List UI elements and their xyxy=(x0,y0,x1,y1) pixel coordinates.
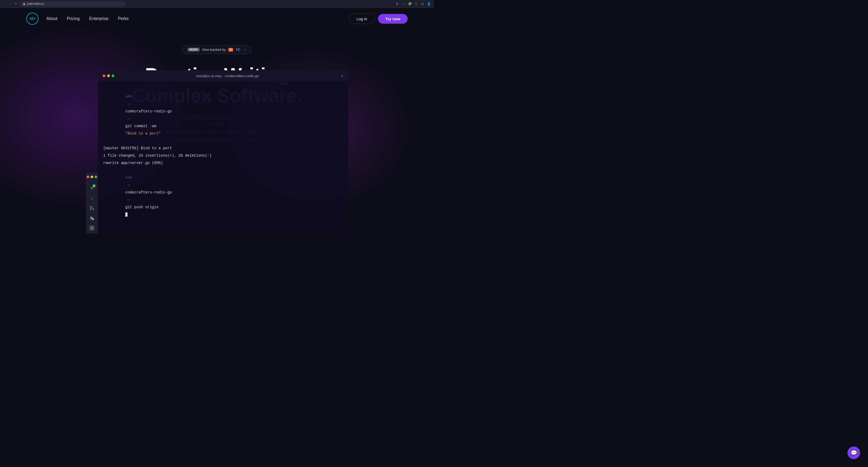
terminal-line-5: </> → codecrafters-redis-go → git push o… xyxy=(103,167,343,226)
nav-links: About Pricing Enterprise Perks xyxy=(46,16,349,21)
terminal-dir-1: codecrafters-redis-go xyxy=(125,109,172,114)
close-dot[interactable] xyxy=(87,176,89,178)
svg-rect-7 xyxy=(90,226,92,228)
svg-rect-8 xyxy=(92,226,94,228)
profile-icon[interactable]: 👤 xyxy=(427,2,431,6)
terminal-string-1: "Bind to a port" xyxy=(125,131,161,135)
browser-chrome: ← → ↻ 🔒 codecrafters.io ⬆ ☆ 🧩 🛡 ⧉ 👤 xyxy=(0,0,434,8)
terminal-titlebar: louis@cc.io-mac: ~/codecrafters-redis-go… xyxy=(98,70,348,81)
nav-enterprise[interactable]: Enterprise xyxy=(89,16,108,21)
nav-pricing[interactable]: Pricing xyxy=(67,16,80,21)
terminal-body: </> → codecrafters-redis-go → git commit… xyxy=(98,81,348,234)
terminal-prompt-2: </> xyxy=(125,176,132,180)
sidebar-source-control-icon[interactable] xyxy=(89,205,95,211)
terminal-window-controls xyxy=(103,74,114,77)
terminal-cmd-1: git commit -am xyxy=(125,124,158,128)
terminal-line-3: 1 file changed, 24 insertions(+), 26 del… xyxy=(103,152,343,159)
try-now-button[interactable]: Try now xyxy=(378,14,408,24)
terminal-window: louis@cc.io-mac: ~/codecrafters-redis-go… xyxy=(98,70,348,234)
browser-reload-button[interactable]: ↻ xyxy=(14,2,18,6)
minimize-dot[interactable] xyxy=(91,176,93,178)
terminal-cursor xyxy=(125,212,127,217)
login-button[interactable]: Log in xyxy=(349,14,375,24)
terminal-wrapper: ⧉ 1 ⌕ xyxy=(86,70,348,234)
nav-perks[interactable]: Perks xyxy=(118,16,129,21)
browser-url-bar[interactable]: 🔒 codecrafters.io xyxy=(20,1,125,7)
url-text: codecrafters.io xyxy=(27,2,44,5)
terminal-line-1: </> → codecrafters-redis-go → git commit… xyxy=(103,86,343,145)
browser-actions: ⬆ ☆ 🧩 🛡 ⧉ 👤 xyxy=(395,2,431,6)
terminal-title: louis@cc.io-mac: ~/codecrafters-redis-go xyxy=(114,74,341,78)
sidebar-extensions-icon[interactable] xyxy=(89,225,95,231)
sidebar-search-icon[interactable]: ⌕ xyxy=(89,195,95,201)
terminal-line-2: [master 9b31f5b] Bind to a port xyxy=(103,145,343,152)
maximize-dot[interactable] xyxy=(95,176,97,178)
terminal-close-dot[interactable] xyxy=(103,74,105,77)
logo-circle: </> xyxy=(26,13,38,25)
svg-rect-10 xyxy=(92,228,94,230)
terminal-line-4: rewrite app/server.go (65%) xyxy=(103,159,343,167)
news-arrow: → xyxy=(243,48,247,52)
terminal-maximize-dot[interactable] xyxy=(112,74,114,77)
lock-icon: 🔒 xyxy=(23,3,26,5)
news-badge[interactable]: NEWS Now backed by Y YC → xyxy=(183,45,251,54)
terminal-minimize-dot[interactable] xyxy=(107,74,110,77)
svg-rect-9 xyxy=(90,228,92,230)
terminal-dir-2: codecrafters-redis-go xyxy=(125,190,172,194)
svg-point-1 xyxy=(92,209,94,210)
bookmark-icon[interactable]: ☆ xyxy=(401,2,406,6)
vscode-sidebar: ⧉ 1 ⌕ xyxy=(86,173,98,234)
navbar: </> About Pricing Enterprise Perks Log i… xyxy=(0,8,434,30)
nav-about[interactable]: About xyxy=(46,16,57,21)
split-view-icon[interactable]: ⧉ xyxy=(420,2,425,6)
shield-icon[interactable]: 🛡 xyxy=(414,2,418,6)
extensions-icon[interactable]: 🧩 xyxy=(408,2,412,6)
yc-text: YC xyxy=(236,48,241,52)
news-text: Now backed by xyxy=(202,48,226,52)
share-icon[interactable]: ⬆ xyxy=(395,2,399,6)
svg-point-2 xyxy=(90,209,91,210)
yc-badge: Y xyxy=(228,48,233,52)
terminal-new-tab-button[interactable]: + xyxy=(341,73,343,78)
browser-forward-button[interactable]: → xyxy=(8,2,12,6)
logo[interactable]: </> xyxy=(26,13,38,25)
news-label: NEWS xyxy=(187,48,199,52)
terminal-prompt-1: </> xyxy=(125,94,132,99)
files-badge: 1 xyxy=(92,184,96,187)
sidebar-run-icon[interactable] xyxy=(89,215,95,221)
sidebar-files-icon[interactable]: ⧉ 1 xyxy=(89,185,95,191)
browser-nav-icons: ← → ↻ xyxy=(3,2,18,6)
terminal-cmd-2: git push origin xyxy=(125,205,161,209)
page-content: </> About Pricing Enterprise Perks Log i… xyxy=(0,8,434,234)
browser-back-button[interactable]: ← xyxy=(3,2,7,6)
svg-point-0 xyxy=(90,206,91,208)
nav-actions: Log in Try now xyxy=(349,14,408,24)
vscode-window-controls xyxy=(87,176,97,178)
